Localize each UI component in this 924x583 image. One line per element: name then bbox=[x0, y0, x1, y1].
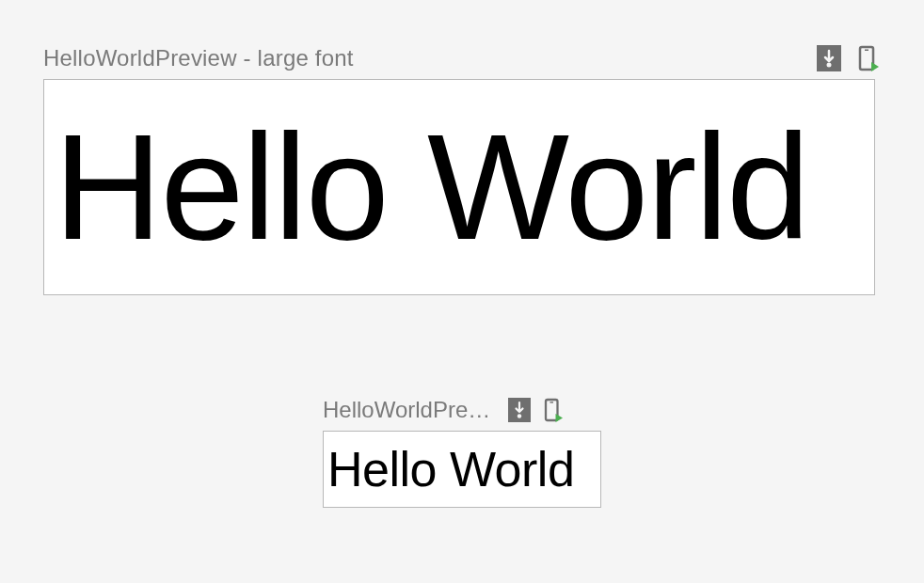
preview-header: HelloWorldPreview - large font bbox=[43, 45, 881, 71]
svg-point-5 bbox=[518, 414, 521, 418]
preview-actions bbox=[508, 398, 565, 422]
preview-content-text: Hello World bbox=[327, 445, 574, 494]
preview-block-default: HelloWorldPreview Hello World bbox=[323, 397, 601, 508]
interactive-mode-icon[interactable] bbox=[817, 45, 841, 71]
run-on-device-icon[interactable] bbox=[544, 398, 565, 422]
preview-block-large: HelloWorldPreview - large font Hello Wor… bbox=[43, 45, 881, 295]
preview-header: HelloWorldPreview bbox=[323, 397, 601, 423]
svg-rect-7 bbox=[550, 402, 554, 402]
preview-content-text: Hello World bbox=[54, 112, 808, 262]
svg-point-1 bbox=[827, 63, 832, 68]
preview-title: HelloWorldPreview bbox=[323, 397, 497, 423]
preview-actions bbox=[817, 45, 881, 71]
preview-canvas[interactable]: Hello World bbox=[323, 431, 601, 508]
run-on-device-icon[interactable] bbox=[858, 45, 881, 71]
preview-title: HelloWorldPreview - large font bbox=[43, 45, 354, 71]
preview-canvas[interactable]: Hello World bbox=[43, 79, 875, 295]
svg-rect-3 bbox=[865, 50, 868, 52]
interactive-mode-icon[interactable] bbox=[508, 398, 531, 422]
